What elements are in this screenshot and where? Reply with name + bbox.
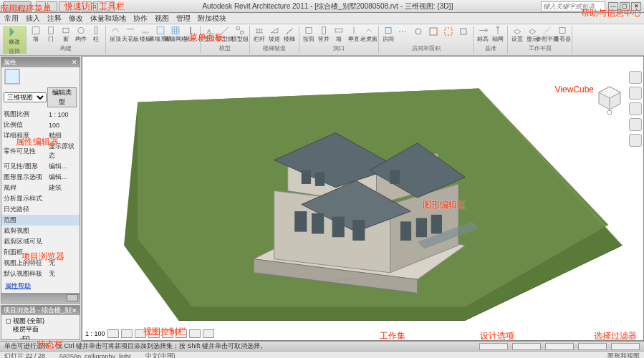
crop-region-icon[interactable]	[176, 329, 187, 338]
temp-hide-icon[interactable]	[203, 329, 214, 338]
nav-wheel-icon[interactable]	[629, 87, 642, 100]
selection-filter-chip[interactable]	[578, 343, 607, 350]
model-canvas[interactable]	[82, 68, 643, 327]
type-selector[interactable]: 三维视图 {3D}	[4, 92, 47, 102]
room-button[interactable]: 房间	[382, 26, 395, 43]
prop-val[interactable]: 编辑...	[49, 162, 77, 171]
room-tag-button[interactable]	[412, 26, 425, 43]
prop-val[interactable]: 1 : 100	[49, 111, 77, 118]
nav-zoom-icon[interactable]	[629, 118, 642, 131]
prop-key: 零件可见性	[4, 147, 49, 156]
prop-val[interactable]: 无	[49, 258, 77, 268]
curtain-grid-button[interactable]: 幕墙网格	[169, 26, 182, 43]
area-tag-button[interactable]	[457, 26, 470, 43]
shaft-button[interactable]: 竖井	[317, 26, 330, 43]
prop-val[interactable]: 无	[49, 269, 77, 279]
tab-collaborate[interactable]: 协作	[133, 14, 148, 24]
tree-node[interactable]: 楼层平面	[3, 325, 78, 334]
room-sep-button[interactable]	[397, 26, 410, 43]
prop-val[interactable]: 编辑...	[49, 173, 77, 182]
view-scale[interactable]: 1 : 100	[85, 330, 105, 337]
wall-button[interactable]: 墙	[29, 26, 42, 43]
help-search-input[interactable]	[541, 1, 605, 11]
view-cube[interactable]	[593, 82, 626, 115]
by-face-button[interactable]: 按面	[302, 26, 315, 43]
modify-button[interactable]: 修改	[6, 26, 23, 46]
model-group-button[interactable]: 模型组	[234, 26, 246, 43]
tab-view[interactable]: 视图	[155, 14, 169, 24]
visual-style-icon[interactable]	[121, 329, 133, 338]
apply-button[interactable]	[67, 294, 78, 301]
door-button[interactable]: 门	[44, 26, 57, 43]
sun-path-icon[interactable]	[135, 329, 146, 338]
edit-type-button[interactable]: 编辑类型	[47, 87, 77, 107]
design-option-chip[interactable]	[512, 343, 541, 350]
qat-redo-icon[interactable]	[70, 1, 80, 11]
column-button[interactable]: 柱	[90, 26, 102, 43]
viewer-button[interactable]: 查看器	[556, 26, 569, 43]
qat-open-icon[interactable]	[36, 1, 46, 11]
properties-close-icon[interactable]: ✕	[72, 59, 77, 66]
vertical-button[interactable]: 垂直	[347, 26, 360, 43]
level-button[interactable]: 标高	[476, 26, 489, 43]
mullion-button[interactable]: 竖梃	[184, 26, 197, 43]
browser-close-icon[interactable]: ✕	[72, 307, 77, 314]
nav-orbit-icon[interactable]	[629, 134, 642, 147]
editable-only-chip[interactable]	[545, 343, 574, 350]
ceiling-button[interactable]: 天花板	[124, 26, 137, 43]
tab-modify[interactable]: 修改	[69, 14, 83, 24]
component-button[interactable]: 构件	[75, 26, 87, 43]
crop-icon[interactable]	[162, 329, 173, 338]
qat-undo-icon[interactable]	[59, 1, 69, 11]
model-text-button[interactable]: A模型文字	[203, 26, 216, 43]
lock-3d-icon[interactable]	[189, 329, 201, 338]
prop-val[interactable]: 精细	[49, 131, 77, 140]
project-tree[interactable]: ◻ 视图 (全部)楼层平面-F0-F1-F2-F3场地室外标高天花板平面-F1-…	[1, 315, 80, 339]
dormer-button[interactable]: 老虎窗	[362, 26, 375, 43]
area-button[interactable]	[427, 26, 440, 43]
tree-node[interactable]: -F0	[3, 334, 78, 339]
tab-addins[interactable]: 附加模块	[198, 14, 226, 24]
set-workplane-button[interactable]: 设置	[511, 26, 524, 43]
qat-save-icon[interactable]	[47, 1, 57, 11]
graphics-viewport[interactable]: 1 : 100	[82, 56, 644, 341]
tab-annotate[interactable]: 注释	[47, 14, 62, 24]
nav-home-icon[interactable]	[629, 71, 642, 84]
application-menu-button[interactable]	[3, 1, 32, 11]
nav-pan-icon[interactable]	[629, 102, 642, 115]
ramp-button[interactable]: 坡道	[268, 26, 281, 43]
filter-icon[interactable]	[611, 343, 640, 350]
tab-insert[interactable]: 插入	[26, 14, 40, 24]
svg-point-19	[415, 29, 421, 34]
railing-button[interactable]: 栏杆	[253, 26, 266, 43]
wall-opening-button[interactable]: 墙	[332, 26, 345, 43]
model-line-button[interactable]: 模型线	[218, 26, 231, 43]
stair-button[interactable]: 楼梯	[283, 26, 296, 43]
svg-rect-2	[63, 28, 69, 33]
workset-chip[interactable]	[479, 343, 508, 350]
svg-rect-45	[352, 220, 365, 241]
ref-plane-button[interactable]: 参照平面	[541, 26, 554, 43]
minimize-button[interactable]: —	[608, 2, 618, 11]
close-button[interactable]: ✕	[631, 2, 641, 11]
tab-massing[interactable]: 体量和场地	[90, 14, 126, 24]
prop-val[interactable]: 显示原状态	[49, 142, 77, 160]
prop-val[interactable]: 建筑	[49, 183, 77, 193]
qat-measure-icon[interactable]	[93, 1, 103, 11]
area-boundary-button[interactable]	[442, 26, 455, 43]
qat-print-icon[interactable]	[82, 1, 92, 11]
properties-help-link[interactable]: 属性帮助	[4, 280, 32, 292]
tree-node[interactable]: ◻ 视图 (全部)	[3, 316, 78, 325]
grid-button[interactable]: 轴网	[491, 26, 504, 43]
roof-button[interactable]: 屋顶	[109, 26, 122, 43]
detail-level-icon[interactable]	[107, 329, 119, 338]
tab-manage[interactable]: 管理	[176, 14, 191, 24]
maximize-button[interactable]: ▢	[620, 2, 630, 11]
quick-access-toolbar	[36, 1, 115, 11]
window-button[interactable]: 窗	[59, 26, 72, 43]
tab-home[interactable]: 常用	[4, 14, 19, 24]
prop-val[interactable]: 100	[49, 122, 77, 129]
svg-rect-48	[431, 215, 442, 234]
qat-sync-icon[interactable]	[105, 1, 115, 11]
shadows-icon[interactable]	[148, 329, 160, 338]
